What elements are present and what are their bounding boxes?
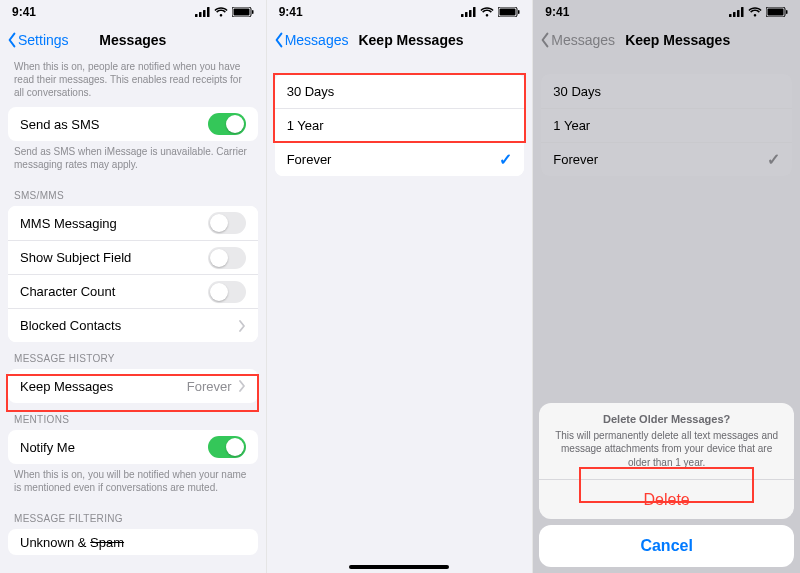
blocked-contacts-row[interactable]: Blocked Contacts: [8, 308, 258, 342]
option-forever[interactable]: Forever ✓: [275, 142, 525, 176]
send-as-sms-switch[interactable]: [208, 113, 246, 135]
send-sms-group: Send as SMS: [8, 107, 258, 141]
svg-rect-13: [518, 10, 520, 14]
chevron-left-icon: [6, 32, 18, 48]
option-30-days: 30 Days: [541, 74, 792, 108]
status-time: 9:41: [545, 5, 569, 19]
mms-messaging-row[interactable]: MMS Messaging: [8, 206, 258, 240]
chevron-right-icon: [238, 380, 246, 392]
svg-rect-0: [195, 14, 198, 17]
sms-mms-group: MMS Messaging Show Subject Field Charact…: [8, 206, 258, 342]
nav-title: Keep Messages: [358, 32, 463, 48]
svg-rect-5: [233, 9, 249, 16]
sms-mms-header: SMS/MMS: [0, 179, 266, 206]
unknown-spam-label: Unknown & Spam: [20, 535, 124, 550]
chevron-right-icon: [238, 320, 246, 332]
action-sheet-panel: Delete Older Messages? This will permane…: [539, 403, 794, 520]
svg-rect-15: [733, 12, 736, 17]
notify-me-row[interactable]: Notify Me: [8, 430, 258, 464]
message-history-header: MESSAGE HISTORY: [0, 342, 266, 369]
svg-rect-7: [461, 14, 464, 17]
delete-button[interactable]: Delete: [539, 479, 794, 519]
status-bar: 9:41: [267, 0, 533, 24]
back-button[interactable]: Messages: [273, 32, 349, 48]
notify-me-note: When this is on, you will be notified wh…: [0, 464, 266, 502]
keep-options-group: 30 Days 1 Year Forever ✓: [541, 74, 792, 176]
cellular-icon: [461, 7, 476, 17]
mentions-group: Notify Me: [8, 430, 258, 464]
cancel-button[interactable]: Cancel: [539, 525, 794, 567]
notify-me-switch[interactable]: [208, 436, 246, 458]
character-count-row[interactable]: Character Count: [8, 274, 258, 308]
svg-rect-1: [199, 12, 202, 17]
svg-rect-16: [737, 10, 740, 17]
blocked-contacts-label: Blocked Contacts: [20, 318, 121, 333]
screen-messages-settings: 9:41 Settings Messages When this is on, …: [0, 0, 267, 573]
message-filtering-header: MESSAGE FILTERING: [0, 502, 266, 529]
nav-title: Messages: [99, 32, 166, 48]
send-as-sms-row[interactable]: Send as SMS: [8, 107, 258, 141]
chevron-left-icon: [273, 32, 285, 48]
status-bar: 9:41: [0, 0, 266, 24]
svg-rect-19: [767, 9, 783, 16]
status-indicators: [729, 7, 788, 17]
svg-rect-2: [203, 10, 206, 17]
show-subject-switch[interactable]: [208, 247, 246, 269]
option-30-days-label: 30 Days: [287, 84, 335, 99]
option-1-year[interactable]: 1 Year: [275, 108, 525, 142]
back-button: Messages: [539, 32, 615, 48]
checkmark-icon: ✓: [499, 150, 512, 169]
svg-rect-17: [741, 7, 744, 17]
back-label: Settings: [18, 32, 69, 48]
delete-label: Delete: [644, 491, 690, 509]
wifi-icon: [748, 7, 762, 17]
option-forever: Forever ✓: [541, 142, 792, 176]
read-receipts-note: When this is on, people are notified whe…: [0, 56, 266, 107]
status-indicators: [461, 7, 520, 17]
cancel-label: Cancel: [640, 537, 692, 555]
chevron-left-icon: [539, 32, 551, 48]
svg-rect-10: [473, 7, 476, 17]
option-forever-label: Forever: [553, 152, 598, 167]
keep-messages-row[interactable]: Keep Messages Forever: [8, 369, 258, 403]
wifi-icon: [480, 7, 494, 17]
svg-rect-9: [469, 10, 472, 17]
message-filtering-group: Unknown & Spam: [8, 529, 258, 555]
wifi-icon: [214, 7, 228, 17]
sheet-title: Delete Older Messages?: [553, 413, 780, 425]
message-history-group: Keep Messages Forever: [8, 369, 258, 403]
cellular-icon: [729, 7, 744, 17]
option-1-year-label: 1 Year: [553, 118, 590, 133]
battery-icon: [232, 7, 254, 17]
nav-bar: Settings Messages: [0, 24, 266, 56]
nav-bar: Messages Keep Messages: [267, 24, 533, 56]
svg-rect-14: [729, 14, 732, 17]
status-time: 9:41: [279, 5, 303, 19]
svg-rect-12: [500, 9, 516, 16]
option-1-year: 1 Year: [541, 108, 792, 142]
option-30-days-label: 30 Days: [553, 84, 601, 99]
status-indicators: [195, 7, 254, 17]
keep-messages-value: Forever: [187, 379, 232, 394]
svg-rect-20: [786, 10, 788, 14]
checkmark-icon: ✓: [767, 150, 780, 169]
svg-rect-6: [252, 10, 254, 14]
unknown-spam-row[interactable]: Unknown & Spam: [8, 529, 258, 555]
character-count-switch[interactable]: [208, 281, 246, 303]
back-label: Messages: [551, 32, 615, 48]
mms-messaging-switch[interactable]: [208, 212, 246, 234]
option-30-days[interactable]: 30 Days: [275, 74, 525, 108]
mentions-header: MENTIONS: [0, 403, 266, 430]
character-count-label: Character Count: [20, 284, 115, 299]
back-button[interactable]: Settings: [6, 32, 69, 48]
send-as-sms-label: Send as SMS: [20, 117, 100, 132]
show-subject-row[interactable]: Show Subject Field: [8, 240, 258, 274]
cellular-icon: [195, 7, 210, 17]
back-label: Messages: [285, 32, 349, 48]
keep-options-group: 30 Days 1 Year Forever ✓: [275, 74, 525, 176]
nav-title: Keep Messages: [625, 32, 730, 48]
svg-rect-3: [207, 7, 210, 17]
nav-bar: Messages Keep Messages: [533, 24, 800, 56]
battery-icon: [766, 7, 788, 17]
status-time: 9:41: [12, 5, 36, 19]
